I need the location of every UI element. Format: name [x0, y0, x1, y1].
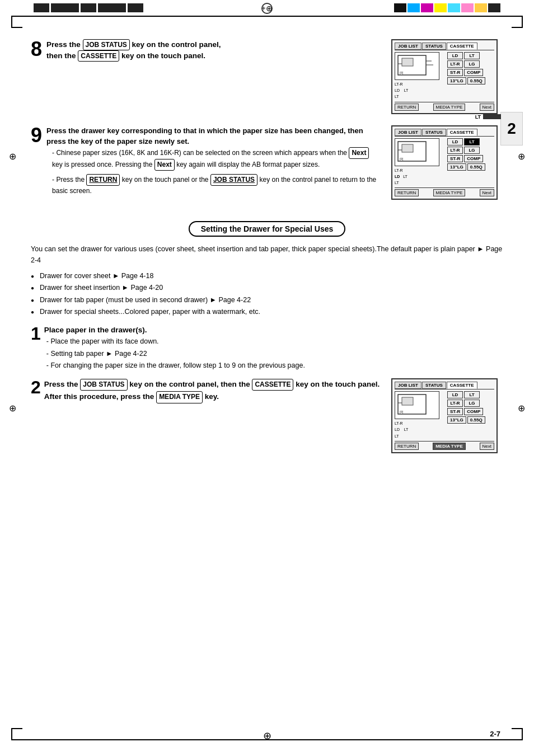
section-9-text: 9 Press the drawer key corresponding to …: [31, 125, 380, 200]
device-row-3-4: 13"LG 0.55Q: [447, 416, 485, 424]
black-block-2: [51, 3, 79, 12]
device-left-1: [R] LT-R LD LT LT: [395, 52, 445, 100]
corner-bl: [11, 728, 22, 739]
tab-status-3: STATUS: [422, 382, 446, 389]
job-status-key-1: JOB STATUS: [83, 39, 130, 50]
step2-mid1: key on the control panel, then the: [129, 380, 250, 388]
svg-text:[R]: [R]: [400, 157, 404, 161]
corner-br: [512, 728, 523, 739]
right-crosshair-2: ⊕: [518, 403, 525, 414]
btn-str-2: ST-R: [447, 155, 463, 162]
step1-lines: - Place the paper with its face down. - …: [46, 336, 305, 372]
step2-number: 2: [31, 378, 41, 396]
step-9-instruction: Press the drawer key corresponding to th…: [46, 125, 380, 197]
btn-ld-1: LD: [447, 52, 463, 59]
corner-tr: [512, 17, 523, 28]
step9-b2-mid: key on the touch panel or the: [122, 176, 209, 184]
step8-text1: Press the: [46, 40, 81, 49]
media-type-key: MEDIA TYPE: [156, 391, 203, 403]
device-right-1: LD LT LT-R LG ST-R COMP 13"LG: [447, 52, 485, 100]
device-row-2-3: ST-R COMP: [447, 155, 485, 162]
color-block-yellow: [434, 3, 447, 12]
tab-job-list-2: JOB LIST: [395, 129, 421, 136]
btn-str-1: ST-R: [447, 69, 463, 76]
color-block-lt-yellow: [475, 3, 487, 12]
footer-return-3: RETURN: [395, 443, 419, 450]
center-crosshair-icon: +: [261, 3, 273, 14]
device-row-3-1: LD LT: [447, 391, 485, 398]
device-row-2: LT-R LG: [447, 60, 485, 68]
left-crosshair-1: ⊕: [9, 151, 16, 162]
lt-label: LT: [475, 114, 501, 120]
step2-special: 2 Press the JOB STATUS key on the contro…: [31, 378, 503, 453]
step9-bullet1: Chinese paper sizes (16K, 8K and 16K-R) …: [52, 147, 380, 171]
black-block-3: [81, 3, 96, 12]
btn-ld-2: LD: [447, 138, 463, 145]
btn-comp-1: COMP: [464, 69, 483, 76]
bullet-sheet-insertion: Drawer for sheet insertion ► Page 4-20: [31, 282, 503, 294]
step-9-number: 9: [31, 125, 42, 145]
step2-text-bold: Press the: [44, 380, 78, 388]
device-row-1: LD LT: [447, 52, 485, 59]
left-crosshair-2: ⊕: [9, 403, 16, 414]
job-status-key-3: JOB STATUS: [80, 379, 127, 391]
step1-content: Place paper in the drawer(s). - Place th…: [44, 325, 305, 372]
btn-lg-2: LG: [464, 147, 480, 154]
svg-text:[R]: [R]: [400, 71, 404, 74]
color-block-lt-cyan: [448, 3, 460, 12]
btn-str-3: ST-R: [447, 408, 463, 415]
footer-mediatype-3: MEDIA TYPE: [433, 443, 466, 450]
left-labels-2: LT-R LD LT LT: [395, 167, 445, 186]
device-tabs-1: JOB LIST STATUS CASSETTE: [395, 43, 494, 50]
footer-return-2: RETURN: [395, 189, 419, 196]
chapter-number: 2: [507, 120, 516, 138]
color-block-lt-magenta: [461, 3, 474, 12]
device-row-4: 13"LG 0.55Q: [447, 77, 485, 84]
btn-lt-2: LT: [464, 138, 480, 145]
printer-icon-area-1: [R]: [395, 52, 439, 80]
bullet-tab-paper: Drawer for tab paper (must be used in se…: [31, 294, 503, 306]
device-body-1: [R] LT-R LD LT LT: [395, 52, 494, 100]
next-key-2: Next: [154, 159, 175, 171]
step1-line3: - For changing the paper size in the dra…: [46, 360, 305, 372]
device-row-3-3: ST-R COMP: [447, 408, 485, 415]
section-9: 9 Press the drawer key corresponding to …: [31, 125, 503, 200]
step8-text2: key on the control panel,: [132, 40, 221, 49]
step9-b1-text1: Chinese paper sizes (16K, 8K and 16K-R) …: [56, 149, 347, 157]
device-row-2-2: LT-R LG: [447, 147, 485, 154]
next-key-1: Next: [349, 147, 369, 159]
device-diagram-2: LT JOB LIST STATUS CASSETTE [R]: [391, 125, 503, 200]
btn-comp-3: COMP: [464, 408, 483, 415]
tab-cassette-2: CASSETTE: [447, 129, 477, 136]
svg-text:[R]: [R]: [400, 410, 404, 414]
device-diagram-3: JOB LIST STATUS CASSETTE [R]: [391, 378, 503, 453]
chapter-tab: 2: [500, 112, 523, 145]
device-row-3-2: LT-R LG: [447, 400, 485, 407]
footer-mediatype-2: MEDIA TYPE: [433, 189, 466, 196]
btn-ltr-3: LT-R: [447, 400, 463, 407]
bullet-special-sheets: Drawer for special sheets...Colored pape…: [31, 306, 503, 318]
btn-lt-3: LT: [464, 391, 480, 398]
step1-special: 1 Place paper in the drawer(s). - Place …: [31, 325, 503, 372]
btn-055q-1: 0.55Q: [467, 77, 485, 84]
device-left-2: [R] LT-R LD LT LT: [395, 138, 445, 186]
right-crosshair-1: ⊕: [518, 151, 525, 162]
header-color-blocks: [394, 3, 500, 12]
special-section-wrapper: Setting the Drawer for Special Uses: [31, 211, 503, 243]
tab-status-2: STATUS: [422, 129, 446, 136]
btn-comp-2: COMP: [464, 155, 483, 162]
device-footer-3: RETURN MEDIA TYPE Next: [395, 441, 494, 450]
device-diagram-1: JOB LIST STATUS CASSETTE [R]: [391, 39, 503, 114]
header-bar: +: [0, 0, 534, 16]
return-key-1: RETURN: [86, 174, 120, 186]
footer-mediatype-1: MEDIA TYPE: [433, 104, 466, 111]
cassette-key-1: CASSETTE: [78, 50, 119, 62]
step1-line1: - Place the paper with its face down.: [46, 336, 305, 348]
corner-tl: [11, 17, 22, 28]
special-section-title: Setting the Drawer for Special Uses: [189, 221, 346, 237]
bullet-cover-sheet: Drawer for cover sheet ► Page 4-18: [31, 270, 503, 282]
step9-bold-text: Press the drawer key corresponding to th…: [46, 126, 363, 146]
btn-ltr-1: LT-R: [447, 60, 463, 68]
btn-lt-1: LT: [464, 52, 480, 59]
printer-icon-area-3: [R]: [395, 391, 439, 419]
